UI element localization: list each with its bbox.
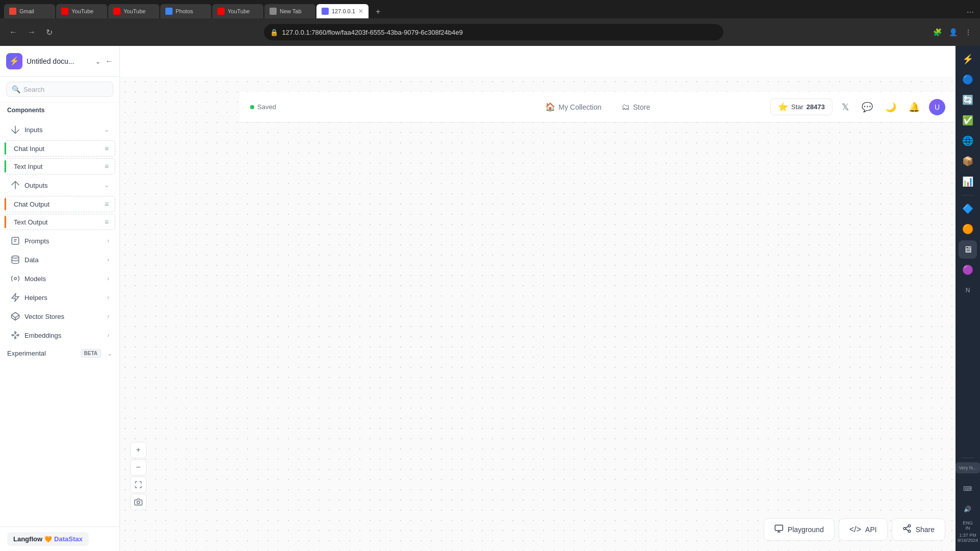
store-icon: 🗂 (622, 103, 630, 112)
my-collection-nav[interactable]: 🏠 My Collection (540, 99, 606, 115)
category-embeddings[interactable]: Embeddings › (3, 326, 116, 344)
category-data[interactable]: Data › (3, 251, 116, 269)
svg-point-3 (12, 256, 19, 259)
svg-point-21 (903, 528, 906, 530)
keyboard-icon[interactable]: ⌨ (959, 480, 977, 498)
component-text-output[interactable]: Text Output ≡ (4, 214, 115, 230)
category-models[interactable]: Models › (3, 269, 116, 288)
svg-point-8 (12, 335, 13, 336)
component-chat-output[interactable]: Chat Output ≡ (4, 196, 115, 212)
url-text: 127.0.0.1:7860/flow/faa4203f-6555-43ba-9… (282, 29, 717, 36)
right-sidebar-btn-9[interactable]: 🟠 (959, 220, 977, 238)
volume-icon[interactable]: 🔊 (959, 500, 977, 518)
component-text-input[interactable]: Text Input ≡ (4, 158, 115, 174)
github-icon: ⭐ (778, 102, 788, 112)
zoom-out-button[interactable]: − (130, 459, 146, 475)
right-sidebar-btn-2[interactable]: 🔵 (959, 70, 977, 89)
discord-button[interactable]: 💬 (859, 98, 876, 116)
star-count: 28473 (806, 103, 825, 111)
app-layout: ⚡ Untitled docu... ⌄ ← 🔍 Components (0, 46, 980, 551)
extensions-button[interactable]: 🧩 (931, 26, 944, 38)
right-sidebar-btn-4[interactable]: ✅ (959, 111, 977, 130)
browser-tab-yt3[interactable]: YouTube (212, 4, 263, 18)
browser-tab-yt1[interactable]: YouTube (56, 4, 107, 18)
fit-view-button[interactable] (130, 477, 146, 493)
zoom-in-button[interactable]: + (130, 442, 146, 458)
vector-stores-icon (10, 311, 20, 321)
right-sidebar-btn-11[interactable]: 🟣 (959, 261, 977, 279)
tab-favicon (322, 8, 329, 15)
tab-favicon (270, 8, 277, 15)
right-sidebar-btn-8[interactable]: 🔷 (959, 199, 977, 218)
helpers-icon (10, 292, 20, 303)
text-input-accent (5, 160, 6, 172)
address-bar[interactable]: 🔒 127.0.0.1:7860/flow/faa4203f-6555-43ba… (264, 24, 723, 40)
right-sidebar-btn-7[interactable]: 📊 (959, 172, 977, 191)
tab-list-button[interactable]: ⋯ (965, 6, 976, 18)
drag-handle-icon: ≡ (105, 144, 109, 153)
search-box[interactable]: 🔍 (6, 82, 113, 97)
notifications-button[interactable]: 🔔 (905, 98, 923, 116)
drag-handle-icon: ≡ (105, 200, 109, 208)
star-button[interactable]: ⭐ Star 28473 (770, 98, 832, 115)
svg-point-9 (15, 332, 16, 333)
right-sidebar-btn-5[interactable]: 🌐 (959, 132, 977, 150)
tab-close-icon[interactable]: ✕ (358, 8, 363, 15)
footer-brand-pill: Langflow 🧡 DataStax (7, 532, 89, 546)
browser-tab-active[interactable]: 127.0.0.1 ✕ (316, 4, 369, 18)
right-sidebar-btn-1[interactable]: ⚡ (959, 50, 977, 68)
reload-button[interactable]: ↻ (43, 26, 56, 39)
twitter-button[interactable]: 𝕏 (839, 98, 852, 116)
new-tab-button[interactable]: + (372, 5, 384, 18)
chat-output-accent (5, 198, 6, 210)
search-section: 🔍 (0, 77, 119, 103)
search-input[interactable] (23, 86, 109, 93)
helpers-label: Helpers (24, 294, 103, 302)
snapshot-button[interactable] (130, 494, 146, 510)
share-button[interactable]: Share (892, 518, 945, 541)
settings-button[interactable]: ⋮ (963, 26, 974, 38)
main-canvas[interactable]: + − (120, 77, 955, 551)
text-output-accent (5, 216, 6, 228)
browser-tab-yt2[interactable]: YouTube (108, 4, 159, 18)
browser-tab-new[interactable]: New Tab (264, 4, 315, 18)
tab-label: New Tab (280, 8, 302, 14)
api-icon: </> (849, 525, 861, 534)
browser-tab-photos[interactable]: Photos (160, 4, 211, 18)
very-hi-badge[interactable]: Very hi... (955, 462, 979, 473)
document-title[interactable]: Untitled docu... (27, 57, 91, 65)
sidebar-content: Inputs ⌄ Chat Input ≡ Text Input ≡ (0, 116, 119, 527)
right-sidebar-btn-6[interactable]: 📦 (959, 152, 977, 170)
forward-button[interactable]: → (24, 26, 39, 39)
api-button[interactable]: </> API (839, 518, 888, 541)
tab-label: Gmail (19, 8, 34, 14)
playground-button[interactable]: Playground (764, 518, 835, 541)
svg-point-4 (14, 278, 17, 280)
experimental-section[interactable]: Experimental BETA ⌄ (0, 345, 119, 362)
theme-button[interactable]: 🌙 (882, 98, 899, 116)
left-sidebar: ⚡ Untitled docu... ⌄ ← 🔍 Components (0, 46, 120, 551)
category-prompts[interactable]: Prompts › (3, 232, 116, 250)
category-outputs[interactable]: Outputs ⌄ (3, 176, 116, 194)
user-avatar[interactable]: U (929, 99, 945, 115)
right-sidebar: ⚡ 🔵 🔄 ✅ 🌐 📦 📊 🔷 🟠 🖥 🟣 N Very hi... ⌨ 🔊 E… (955, 46, 980, 551)
my-collection-label: My Collection (558, 103, 601, 111)
component-chat-input[interactable]: Chat Input ≡ (4, 140, 115, 157)
text-input-label: Text Input (12, 163, 101, 170)
beta-badge: BETA (81, 349, 101, 358)
api-label: API (865, 525, 877, 534)
browser-tab-gmail[interactable]: Gmail (4, 4, 55, 18)
category-helpers[interactable]: Helpers › (3, 288, 116, 307)
right-sidebar-btn-12[interactable]: N (959, 281, 977, 299)
store-nav[interactable]: 🗂 Store (617, 99, 655, 115)
category-vector-stores[interactable]: Vector Stores › (3, 307, 116, 325)
profile-button[interactable]: 👤 (947, 26, 960, 38)
back-button[interactable]: ← (6, 26, 20, 39)
back-nav-icon[interactable]: ← (105, 57, 113, 66)
title-chevron-icon[interactable]: ⌄ (95, 57, 101, 65)
category-inputs[interactable]: Inputs ⌄ (3, 120, 116, 139)
browser-chrome: Gmail YouTube YouTube Photos YouTube New… (0, 0, 980, 46)
svg-line-23 (905, 529, 908, 531)
right-sidebar-btn-3[interactable]: 🔄 (959, 91, 977, 109)
right-sidebar-btn-10[interactable]: 🖥 (959, 240, 977, 259)
